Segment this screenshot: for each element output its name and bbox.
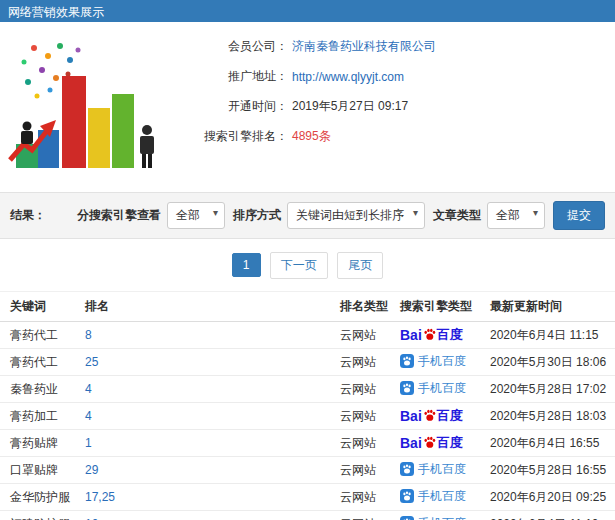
baidu-logo: Bai百度 <box>400 328 463 342</box>
table-row: 膏药代工 8 云网站 Bai百度 2020年6月4日 11:15 <box>0 322 615 349</box>
rank-link[interactable]: 8 <box>85 328 92 342</box>
cell-rank-type: 云网站 <box>340 511 400 520</box>
mobile-baidu-logo: 手机百度 <box>400 462 466 476</box>
cell-keyword: 膏药代工 <box>0 349 85 376</box>
result-label: 结果： <box>10 207 46 224</box>
cell-engine: 手机百度 <box>400 457 490 484</box>
table-row: 金华防护服 17,25 云网站 手机百度 2020年6月20日 09:25 <box>0 484 615 511</box>
rank-link[interactable]: 4 <box>85 382 92 396</box>
cell-keyword: 金华防护服 <box>0 484 85 511</box>
submit-button[interactable]: 提交 <box>553 201 605 230</box>
page-number-current[interactable]: 1 <box>232 253 261 277</box>
titlebar: 网络营销效果展示 <box>0 0 615 22</box>
top-section: 会员公司： 济南秦鲁药业科技有限公司 推广地址： http://www.qlyy… <box>0 22 615 188</box>
info-row-ranking-count: 搜索引擎排名： 4895条 <box>180 128 436 145</box>
article-type-label: 文章类型 <box>433 207 481 224</box>
article-type-select[interactable]: 全部 ▾ <box>487 202 545 229</box>
open-time-label: 开通时间： <box>180 98 288 115</box>
sort-order-select[interactable]: 关键词由短到长排序 ▾ <box>287 202 425 229</box>
mobile-baidu-logo: 手机百度 <box>400 354 466 368</box>
baidu-logo: Bai百度 <box>400 409 463 423</box>
cell-update-time: 2020年5月30日 18:06 <box>490 349 615 376</box>
cell-rank: 25 <box>85 349 340 376</box>
rank-link[interactable]: 1 <box>85 436 92 450</box>
cell-engine: Bai百度 <box>400 322 490 349</box>
chevron-down-icon: ▾ <box>533 207 538 218</box>
cell-engine: 手机百度 <box>400 511 490 520</box>
cell-rank-type: 云网站 <box>340 376 400 403</box>
paw-icon <box>423 436 436 449</box>
cell-rank: 29 <box>85 457 340 484</box>
page-title: 网络营销效果展示 <box>8 5 104 19</box>
mobile-baidu-icon <box>400 354 414 368</box>
cell-update-time: 2020年5月28日 18:03 <box>490 403 615 430</box>
ranking-count-label: 搜索引擎排名： <box>180 128 288 145</box>
info-row-url: 推广地址： http://www.qlyyjt.com <box>180 68 436 85</box>
rank-link[interactable]: 25 <box>85 355 98 369</box>
marketing-chart-image <box>0 30 180 182</box>
cell-engine: 手机百度 <box>400 484 490 511</box>
member-info: 会员公司： 济南秦鲁药业科技有限公司 推广地址： http://www.qlyy… <box>180 30 436 182</box>
sort-order-label: 排序方式 <box>233 207 281 224</box>
paw-icon <box>423 409 436 422</box>
chevron-down-icon: ▾ <box>213 207 218 218</box>
table-row: 膏药代工 25 云网站 手机百度 2020年5月30日 18:06 <box>0 349 615 376</box>
header-keyword: 关键词 <box>0 292 85 322</box>
cell-keyword: 膏药代工 <box>0 322 85 349</box>
bar-chart-graphic <box>4 30 180 180</box>
header-rank-type: 排名类型 <box>340 292 400 322</box>
cell-rank: 4 <box>85 376 340 403</box>
cell-update-time: 2020年6月20日 09:25 <box>490 484 615 511</box>
open-time-value: 2019年5月27日 09:17 <box>292 98 408 115</box>
cell-engine: Bai百度 <box>400 430 490 457</box>
cell-engine: 手机百度 <box>400 349 490 376</box>
article-type-value: 全部 <box>496 208 520 222</box>
info-row-open-time: 开通时间： 2019年5月27日 09:17 <box>180 98 436 115</box>
mobile-baidu-icon <box>400 381 414 395</box>
next-page-button[interactable]: 下一页 <box>270 252 328 279</box>
company-label: 会员公司： <box>180 38 288 55</box>
chevron-down-icon: ▾ <box>413 207 418 218</box>
cell-update-time: 2020年5月28日 16:55 <box>490 457 615 484</box>
baidu-logo: Bai百度 <box>400 436 463 450</box>
header-engine-type: 搜索引擎类型 <box>400 292 490 322</box>
cell-rank-type: 云网站 <box>340 322 400 349</box>
rank-link[interactable]: 17,25 <box>85 490 115 504</box>
promo-url-link[interactable]: http://www.qlyyjt.com <box>292 70 404 84</box>
engine-filter-select[interactable]: 全部 ▾ <box>167 202 225 229</box>
mobile-baidu-icon <box>400 516 414 520</box>
mobile-baidu-logo: 手机百度 <box>400 381 466 395</box>
table-header-row: 关键词 排名 排名类型 搜索引擎类型 最新更新时间 <box>0 292 615 322</box>
cell-engine: 手机百度 <box>400 376 490 403</box>
cell-rank: 10 <box>85 511 340 520</box>
cell-rank-type: 云网站 <box>340 403 400 430</box>
cell-rank-type: 云网站 <box>340 349 400 376</box>
rank-link[interactable]: 29 <box>85 463 98 477</box>
filter-controls: 分搜索引擎查看 全部 ▾ 排序方式 关键词由短到长排序 ▾ 文章类型 全部 ▾ … <box>75 201 605 230</box>
cell-rank: 4 <box>85 403 340 430</box>
filter-bar: 结果： 分搜索引擎查看 全部 ▾ 排序方式 关键词由短到长排序 ▾ 文章类型 全… <box>0 192 615 239</box>
cell-keyword: 膏药贴牌 <box>0 430 85 457</box>
header-rank: 排名 <box>85 292 340 322</box>
cell-keyword: 秦鲁药业 <box>0 376 85 403</box>
cell-rank-type: 云网站 <box>340 430 400 457</box>
engine-filter-label: 分搜索引擎查看 <box>77 207 161 224</box>
mobile-baidu-label: 手机百度 <box>418 382 466 394</box>
info-row-company: 会员公司： 济南秦鲁药业科技有限公司 <box>180 38 436 55</box>
rank-link[interactable]: 4 <box>85 409 92 423</box>
mobile-baidu-label: 手机百度 <box>418 463 466 475</box>
mobile-baidu-logo: 手机百度 <box>400 489 466 503</box>
promo-url-label: 推广地址： <box>180 68 288 85</box>
mobile-baidu-icon <box>400 489 414 503</box>
table-row: 口罩贴牌 29 云网站 手机百度 2020年5月28日 16:55 <box>0 457 615 484</box>
last-page-button[interactable]: 尾页 <box>337 252 383 279</box>
table-row: 膏药贴牌 1 云网站 Bai百度 2020年6月4日 16:55 <box>0 430 615 457</box>
cell-keyword: 膏药加工 <box>0 403 85 430</box>
mobile-baidu-label: 手机百度 <box>418 490 466 502</box>
company-name-link[interactable]: 济南秦鲁药业科技有限公司 <box>292 38 436 55</box>
sort-order-value: 关键词由短到长排序 <box>296 208 404 222</box>
table-row: 膏药加工 4 云网站 Bai百度 2020年5月28日 18:03 <box>0 403 615 430</box>
engine-filter-value: 全部 <box>176 208 200 222</box>
cell-update-time: 2020年6月4日 16:55 <box>490 430 615 457</box>
cell-rank: 1 <box>85 430 340 457</box>
